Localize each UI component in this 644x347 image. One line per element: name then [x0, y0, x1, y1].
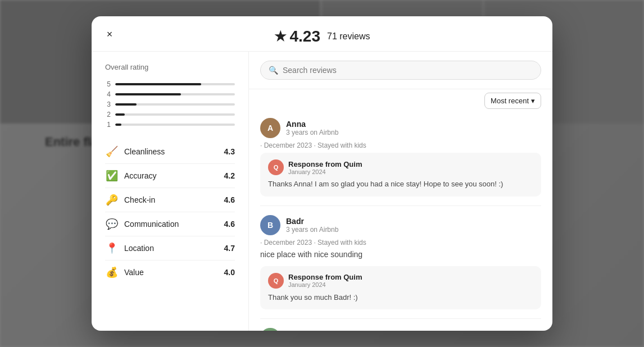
host-response-label: Response from Quim — [288, 273, 362, 281]
star-bar-row: 4 — [105, 90, 235, 98]
rating-cat-left: 📍 Location — [105, 242, 154, 254]
rating-cat-left: 🧹 Cleanliness — [105, 145, 165, 158]
rating-cat-left: 💬 Communication — [105, 218, 179, 230]
star-bar-row: 3 — [105, 101, 235, 108]
review-item: B Badr 3 years on Airbnb · December 2023… — [260, 206, 541, 319]
close-icon: × — [107, 29, 113, 40]
review-tags: · December 2023 · Stayed with kids — [260, 239, 541, 246]
star-bar-row: 2 — [105, 111, 235, 118]
host-response-text: Thank you so much Badr! :) — [268, 292, 533, 303]
category-name: Communication — [124, 220, 179, 229]
sort-select[interactable]: Most recent ▾ — [484, 93, 541, 109]
star-bar-track — [115, 124, 235, 126]
host-response-header: Q Response from Quim January 2024 — [268, 159, 533, 175]
reviews-modal: × ★ 4.23 71 reviews Overall rating 5 — [92, 16, 552, 331]
search-bar[interactable]: 🔍 — [260, 61, 541, 80]
review-item: E Eoin 2 years on Airbnb · November 2023… — [260, 319, 541, 331]
reviewer-info: Anna 3 years on Airbnb — [286, 120, 541, 136]
category-value: 4.2 — [224, 171, 235, 180]
category-icon: 🔑 — [105, 194, 119, 206]
sort-row: Most recent ▾ — [249, 89, 552, 109]
reviewer-row: A Anna 3 years on Airbnb — [260, 118, 541, 138]
ratings-panel: Overall rating 5 4 3 2 1 — [92, 52, 249, 331]
page-background: Entire flat · 8 guests × ★ 4.23 71 revie… — [0, 0, 644, 347]
host-response-text: Thanks Anna! I am so glad you had a nice… — [268, 179, 533, 190]
host-response-label: Response from Quim — [288, 160, 362, 168]
chevron-down-icon: ▾ — [531, 97, 535, 105]
rating-category: 🧹 Cleanliness 4.3 — [105, 140, 235, 164]
host-response-info: Response from Quim January 2024 — [288, 160, 362, 175]
rating-cat-left: 💰 Value — [105, 266, 144, 278]
category-icon: 💰 — [105, 266, 119, 278]
rating-category: 📍 Location 4.7 — [105, 236, 235, 261]
host-response: Q Response from Quim January 2024 Thanks… — [260, 153, 541, 197]
search-bar-wrapper: 🔍 — [249, 52, 552, 89]
rating-category: ✅ Accuracy 4.2 — [105, 164, 235, 188]
reviewer-meta: 3 years on Airbnb — [286, 129, 541, 136]
overall-rating-label: Overall rating — [105, 63, 235, 71]
host-response-date: January 2024 — [288, 281, 362, 288]
modal-title-area: ★ 4.23 71 reviews — [274, 28, 370, 45]
reviewer-avatar: A — [260, 118, 280, 138]
star-bar-fill — [115, 124, 121, 126]
reviews-panel: 🔍 Most recent ▾ A — [249, 52, 552, 331]
star-bar-fill — [115, 103, 137, 106]
reviewer-meta: 3 years on Airbnb — [286, 226, 541, 234]
star-bars: 5 4 3 2 1 — [105, 80, 235, 129]
rating-value: 4.23 — [290, 28, 321, 45]
rating-cat-left: ✅ Accuracy — [105, 170, 157, 182]
host-response: Q Response from Quim January 2024 Thank … — [260, 266, 541, 310]
search-icon: 🔍 — [269, 66, 278, 75]
reviewer-name: Badr — [286, 217, 541, 226]
category-value: 4.7 — [224, 244, 235, 253]
reviews-count-label: 71 reviews — [327, 31, 370, 42]
host-avatar: Q — [268, 273, 284, 289]
star-bar-track — [115, 83, 235, 85]
star-bar-number: 5 — [105, 80, 111, 88]
host-response-header: Q Response from Quim January 2024 — [268, 273, 533, 289]
reviewer-avatar: E — [260, 328, 280, 331]
categories-list: 🧹 Cleanliness 4.3 ✅ Accuracy 4.2 🔑 Check… — [105, 140, 235, 284]
star-bar-row: 5 — [105, 80, 235, 88]
category-value: 4.0 — [224, 268, 235, 277]
reviewer-name: Anna — [286, 120, 541, 129]
category-name: Value — [124, 268, 144, 277]
star-bar-number: 3 — [105, 101, 111, 108]
category-name: Check-in — [124, 195, 155, 204]
category-name: Cleanliness — [124, 147, 165, 156]
star-bar-row: 1 — [105, 121, 235, 129]
category-icon: 📍 — [105, 242, 119, 254]
review-tags: · December 2023 · Stayed with kids — [260, 141, 541, 149]
star-bar-track — [115, 113, 235, 116]
category-name: Accuracy — [124, 171, 157, 180]
close-button[interactable]: × — [101, 25, 119, 43]
modal-header: × ★ 4.23 71 reviews — [92, 16, 552, 52]
star-bar-track — [115, 93, 235, 95]
modal-backdrop: × ★ 4.23 71 reviews Overall rating 5 — [0, 0, 644, 347]
star-bar-fill — [115, 113, 125, 116]
category-icon: 💬 — [105, 218, 119, 230]
review-item: A Anna 3 years on Airbnb · December 2023… — [260, 109, 541, 206]
rating-category: 💰 Value 4.0 — [105, 261, 235, 284]
reviewer-row: B Badr 3 years on Airbnb — [260, 215, 541, 235]
star-bar-track — [115, 103, 235, 106]
reviewer-name: Eoin — [286, 330, 541, 331]
star-bar-fill — [115, 83, 201, 85]
rating-category: 🔑 Check-in 4.6 — [105, 188, 235, 212]
category-name: Location — [124, 244, 154, 253]
modal-body: Overall rating 5 4 3 2 1 — [92, 52, 552, 331]
sort-label: Most recent — [491, 97, 529, 105]
rating-badge: ★ 4.23 — [274, 28, 321, 45]
category-icon: 🧹 — [105, 145, 119, 158]
reviewer-info: Badr 3 years on Airbnb — [286, 217, 541, 234]
host-avatar: Q — [268, 159, 284, 175]
star-icon: ★ — [274, 29, 287, 44]
star-bar-fill — [115, 93, 181, 95]
reviewer-info: Eoin 2 years on Airbnb — [286, 330, 541, 331]
star-bar-number: 1 — [105, 121, 111, 129]
host-response-info: Response from Quim January 2024 — [288, 273, 362, 288]
reviewer-row: E Eoin 2 years on Airbnb — [260, 328, 541, 331]
search-input[interactable] — [283, 66, 533, 75]
rating-category: 💬 Communication 4.6 — [105, 212, 235, 236]
reviewer-avatar: B — [260, 215, 280, 235]
